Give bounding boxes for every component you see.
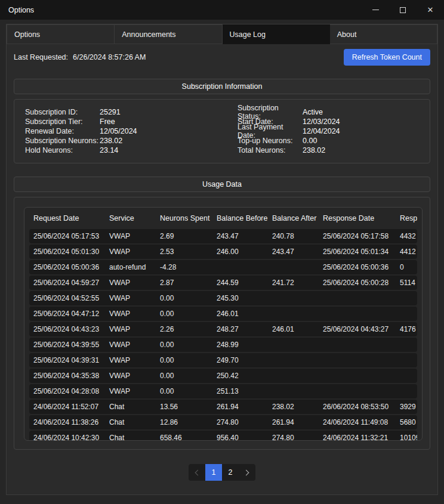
table-row[interactable]: 25/06/2024 04:39:31VWAP0.00249.70 — [29, 353, 417, 367]
table-row[interactable]: 25/06/2024 04:52:55VWAP0.00245.30 — [29, 291, 417, 305]
table-cell: 0.00 — [156, 294, 212, 302]
table-cell: 25/06/2024 05:00:36 — [319, 263, 396, 271]
last-requested-row: Last Requested: 6/26/2024 8:57:26 AM Ref… — [14, 49, 430, 66]
table-row[interactable]: 25/06/2024 05:00:36auto-refund-4.2825/06… — [29, 260, 417, 274]
table-cell: VWAP — [105, 325, 156, 333]
info-label: Subscription ID: — [25, 108, 100, 116]
table-row[interactable]: 25/06/2024 04:43:23VWAP2.26248.27246.012… — [29, 322, 417, 336]
table-cell: 25/06/2024 04:47:12 — [29, 310, 105, 318]
table-cell: 3929 — [396, 403, 417, 411]
table-cell: VWAP — [105, 372, 156, 380]
table-cell: 25/06/2024 05:00:28 — [319, 279, 396, 287]
table-cell: 12.86 — [156, 418, 212, 426]
info-value: 23.14 — [100, 146, 118, 154]
subscription-information-header: Subscription Information — [14, 79, 430, 94]
chevron-left-icon — [195, 469, 201, 475]
tab-strip: Options Announcements Usage Log About — [7, 24, 437, 44]
table-row[interactable]: 25/06/2024 05:17:53VWAP2.69243.47240.782… — [29, 229, 417, 243]
table-cell: VWAP — [105, 279, 156, 287]
info-label: Total Neurons: — [238, 146, 303, 154]
table-row[interactable]: 25/06/2024 04:39:55VWAP0.00248.99 — [29, 338, 417, 352]
last-requested-label: Last Requested: — [14, 53, 68, 61]
table-cell: 4176 — [396, 325, 417, 333]
info-value: Free — [100, 118, 115, 126]
table-cell: Chat — [105, 418, 156, 426]
table-cell: 243.47 — [268, 248, 319, 256]
usage-data-header: Usage Data — [14, 177, 430, 192]
chevron-right-icon — [243, 469, 249, 475]
table-row[interactable]: 25/06/2024 04:47:12VWAP0.00246.01 — [29, 307, 417, 321]
table-cell: 0.00 — [156, 372, 212, 380]
table-cell: 5680 — [396, 418, 417, 426]
table-cell: 245.30 — [212, 294, 268, 302]
table-cell: 25/06/2024 04:28:08 — [29, 387, 105, 395]
info-row: Top-up Neurons:0.00 — [238, 137, 419, 146]
table-cell: 25/06/2024 04:35:38 — [29, 372, 105, 380]
minimize-button[interactable] — [362, 0, 389, 20]
table-cell: 274.80 — [212, 418, 268, 426]
tab-about[interactable]: About — [330, 24, 437, 44]
last-requested-value: 6/26/2024 8:57:26 AM — [73, 53, 146, 61]
usage-table: Request DateServiceNeurons SpentBalance … — [24, 207, 423, 441]
previous-page-button[interactable] — [189, 464, 205, 481]
page-1-button[interactable]: 1 — [205, 464, 222, 481]
table-cell: 248.99 — [212, 341, 268, 349]
usage-data-title: Usage Data — [202, 180, 242, 188]
refresh-token-count-button[interactable]: Refresh Token Count — [344, 49, 430, 66]
maximize-button[interactable] — [389, 0, 417, 20]
table-cell: 0.00 — [156, 341, 212, 349]
info-row: Hold Neurons:23.14 — [25, 146, 238, 155]
table-cell: 240.78 — [268, 232, 319, 240]
table-row[interactable]: 25/06/2024 04:28:08VWAP0.00251.13 — [29, 384, 417, 398]
table-cell: 2.69 — [156, 232, 212, 240]
window-controls: ✕ — [362, 0, 444, 20]
table-cell: 25/06/2024 04:43:27 — [319, 325, 396, 333]
page-2-button[interactable]: 2 — [222, 464, 239, 481]
usage-log-page: Last Requested: 6/26/2024 8:57:26 AM Ref… — [7, 44, 437, 481]
table-cell: 25/06/2024 04:52:55 — [29, 294, 105, 302]
table-cell: 25/06/2024 05:17:53 — [29, 232, 105, 240]
info-row: Subscription Tier:Free — [25, 117, 238, 126]
table-cell: 4412 — [396, 248, 417, 256]
close-button[interactable]: ✕ — [417, 0, 444, 20]
pagination-group: 1 2 — [189, 464, 255, 481]
table-cell: VWAP — [105, 341, 156, 349]
tab-usage-log[interactable]: Usage Log — [223, 24, 330, 44]
table-cell: Chat — [105, 403, 156, 411]
info-value: 238.02 — [303, 146, 325, 154]
table-row[interactable]: 25/06/2024 04:35:38VWAP0.00250.42 — [29, 369, 417, 383]
info-value: 0.00 — [303, 137, 317, 145]
table-cell: 25/06/2024 04:43:23 — [29, 325, 105, 333]
table-cell: 248.27 — [212, 325, 268, 333]
table-row[interactable]: 25/06/2024 04:59:27VWAP2.87244.59241.722… — [29, 276, 417, 290]
table-row[interactable]: 25/06/2024 05:01:30VWAP2.53246.00243.472… — [29, 245, 417, 259]
table-row[interactable]: 24/06/2024 11:52:07Chat13.56261.94238.02… — [29, 400, 417, 414]
table-cell: 5114 — [396, 279, 417, 287]
table-cell: VWAP — [105, 294, 156, 302]
table-cell: 25/06/2024 04:39:55 — [29, 341, 105, 349]
table-cell: 25/06/2024 05:01:30 — [29, 248, 105, 256]
tab-announcements[interactable]: Announcements — [115, 24, 222, 44]
table-cell: 24/06/2024 10:42:30 — [29, 434, 105, 441]
table-cell: 24/06/2024 11:49:08 — [319, 418, 396, 426]
content-panel: Options Announcements Usage Log About La… — [6, 24, 438, 495]
table-cell: 0.00 — [156, 387, 212, 395]
table-row[interactable]: 24/06/2024 11:38:26Chat12.86274.80261.94… — [29, 415, 417, 429]
table-cell: 274.80 — [268, 434, 319, 441]
usage-table-rows: 25/06/2024 05:17:53VWAP2.69243.47240.782… — [24, 229, 422, 441]
subscription-info-right-column: Subscription Status:ActiveStart Date:12/… — [238, 107, 419, 155]
table-cell: 249.70 — [212, 356, 268, 364]
info-value: Active — [303, 108, 323, 116]
info-row: Subscription Neurons:238.02 — [25, 136, 238, 146]
table-cell: 26/06/2024 08:53:50 — [319, 403, 396, 411]
table-cell: 956.40 — [212, 434, 268, 441]
table-cell: 0.00 — [156, 356, 212, 364]
pagination: 1 2 — [14, 464, 430, 481]
next-page-button[interactable] — [239, 464, 255, 481]
table-cell: 10109 — [396, 434, 417, 441]
tab-options[interactable]: Options — [7, 24, 115, 44]
minimize-icon — [372, 10, 379, 10]
usage-table-header: Request DateServiceNeurons SpentBalance … — [29, 208, 417, 229]
table-cell: 246.01 — [268, 325, 319, 333]
table-row[interactable]: 24/06/2024 10:42:30Chat658.46956.40274.8… — [29, 431, 417, 441]
